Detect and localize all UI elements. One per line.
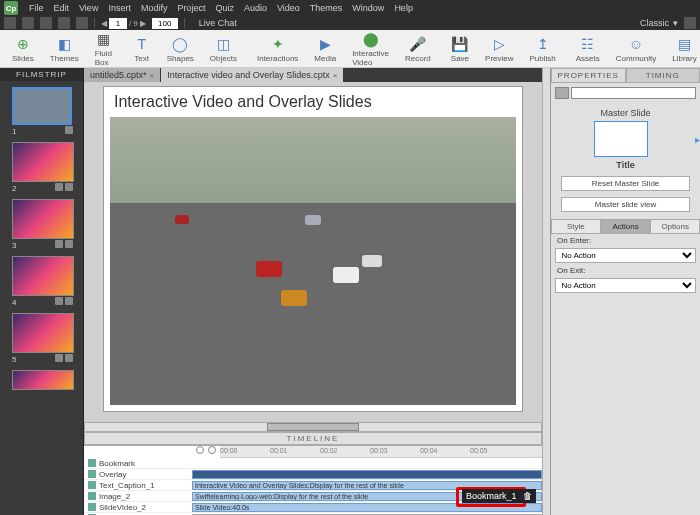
properties-panel: PROPERTIES TIMING Master Slide ▸ Title R… [550, 68, 700, 515]
menu-window[interactable]: Window [347, 3, 389, 13]
menu-view[interactable]: View [74, 3, 103, 13]
themes-button[interactable]: ◧Themes [42, 35, 87, 63]
timeline-header: TIMELINE [84, 432, 542, 445]
master-slide-view-button[interactable]: Master slide view [561, 197, 689, 212]
objects-icon: ◫ [214, 35, 232, 53]
slide-video-frame [110, 117, 516, 405]
publish-icon: ↥ [534, 35, 552, 53]
subtab-actions[interactable]: Actions [601, 219, 651, 234]
menu-project[interactable]: Project [172, 3, 210, 13]
workspace-selector[interactable]: Classic ▾ [640, 18, 678, 28]
shapes-button[interactable]: ◯Shapes [159, 35, 202, 63]
menu-insert[interactable]: Insert [103, 3, 136, 13]
filmstrip-slide-4[interactable]: 4 [8, 256, 75, 307]
lock-icon[interactable] [208, 446, 216, 454]
community-button[interactable]: ☺Community [608, 35, 664, 63]
chevron-down-icon[interactable]: ▸ [695, 134, 700, 145]
menu-audio[interactable]: Audio [239, 3, 272, 13]
tab-properties[interactable]: PROPERTIES [551, 68, 626, 83]
subtab-style[interactable]: Style [551, 219, 601, 234]
zoom-input[interactable]: 100 [152, 18, 178, 29]
tab-untitled[interactable]: untitled5.cptx*× [84, 68, 160, 82]
media-button[interactable]: ▶Media [306, 35, 344, 63]
interactions-button[interactable]: ✦Interactions [249, 35, 306, 63]
filmstrip-slide-2[interactable]: 2 [8, 142, 75, 193]
page-next-icon[interactable]: ▶ [140, 19, 146, 28]
publish-button[interactable]: ↥Publish [522, 35, 564, 63]
eye-icon[interactable] [196, 446, 204, 454]
slide-title-text: Interactive Video and Overlay Slides [114, 93, 372, 111]
assets-button[interactable]: ☷Assets [568, 35, 608, 63]
toolbar-separator [184, 18, 185, 28]
image-icon [88, 492, 96, 500]
tab-interactive-video[interactable]: Interactive video and Overlay Slides.cpt… [161, 68, 343, 82]
menu-modify[interactable]: Modify [136, 3, 173, 13]
menu-quiz[interactable]: Quiz [210, 3, 239, 13]
track-bookmark[interactable]: Bookmark [84, 458, 542, 469]
menu-help[interactable]: Help [389, 3, 418, 13]
text-icon [88, 481, 96, 489]
media-icon: ▶ [316, 35, 334, 53]
filmstrip-slide-1[interactable]: 1 [8, 87, 75, 136]
onexit-label: On Exit: [551, 264, 700, 277]
page-prev-icon[interactable]: ◀ [101, 19, 107, 28]
menu-edit[interactable]: Edit [49, 3, 75, 13]
save-button[interactable]: 💾Save [443, 35, 477, 63]
subtab-options[interactable]: Options [650, 219, 700, 234]
assets-icon: ☷ [579, 35, 597, 53]
slide-stage[interactable]: Interactive Video and Overlay Slides [84, 82, 542, 422]
timeline-ruler[interactable]: 00:00 00:01 00:02 00:03 00:04 00:05 [220, 446, 542, 458]
interactive-video-icon: ⬤ [362, 30, 380, 48]
video-icon [88, 503, 96, 511]
filmstrip-slide-6[interactable] [8, 370, 75, 390]
filmstrip-panel: FILMSTRIP 1 2 3 4 5 [0, 68, 84, 515]
master-slide-header: Master Slide [551, 108, 700, 118]
shapes-icon: ◯ [171, 35, 189, 53]
vertical-scrollbar[interactable] [542, 68, 550, 515]
bookmark-highlight: Bookmark_1 🗑 [456, 487, 526, 507]
record-button[interactable]: 🎤Record [397, 35, 439, 63]
menu-video[interactable]: Video [272, 3, 305, 13]
horizontal-scrollbar[interactable] [84, 422, 542, 432]
library-button[interactable]: ▤Library [664, 35, 700, 63]
track-overlay[interactable]: Overlay [84, 469, 542, 480]
toolbar-separator [94, 18, 95, 28]
interactive-video-button[interactable]: ⬤Interactive Video [344, 30, 397, 67]
slides-button[interactable]: ⊕Slides [4, 35, 42, 63]
interactions-icon: ✦ [269, 35, 287, 53]
page-total: 9 [133, 19, 137, 28]
live-chat-link[interactable]: Live Chat [199, 18, 237, 28]
page-number-input[interactable]: 1 [109, 18, 127, 29]
bookmark-label: Bookmark_1 [466, 491, 517, 501]
menu-themes[interactable]: Themes [305, 3, 348, 13]
master-slide-thumbnail[interactable] [594, 121, 648, 157]
close-icon[interactable]: × [150, 71, 155, 80]
close-icon[interactable]: × [333, 71, 338, 80]
trash-icon[interactable]: 🗑 [523, 491, 532, 501]
mail-icon[interactable] [76, 17, 88, 29]
onexit-select[interactable]: No Action [555, 278, 695, 293]
onenter-select[interactable]: No Action [555, 248, 695, 263]
filmstrip-slide-5[interactable]: 5 [8, 313, 75, 364]
stage-area: untitled5.cptx*× Interactive video and O… [84, 68, 542, 515]
reset-master-slide-button[interactable]: Reset Master Slide [561, 176, 689, 191]
text-icon: T [133, 35, 151, 53]
layout-icon[interactable] [684, 17, 696, 29]
menu-file[interactable]: File [24, 3, 49, 13]
objects-button[interactable]: ◫Objects [202, 35, 245, 63]
paste-icon[interactable] [58, 17, 70, 29]
menu-bar: Cp File Edit View Insert Modify Project … [0, 0, 700, 16]
copy-icon[interactable] [40, 17, 52, 29]
filmstrip-slide-3[interactable]: 3 [8, 199, 75, 250]
new-icon[interactable] [4, 17, 16, 29]
bookmark-tooltip[interactable]: Bookmark_1 🗑 [462, 489, 536, 503]
text-button[interactable]: TText [125, 35, 159, 63]
slide-canvas[interactable]: Interactive Video and Overlay Slides [103, 86, 523, 412]
save-icon: 💾 [451, 35, 469, 53]
open-icon[interactable] [22, 17, 34, 29]
preview-button[interactable]: ▷Preview [477, 35, 521, 63]
origin-selector[interactable] [555, 87, 696, 101]
tab-timing[interactable]: TIMING [626, 68, 701, 83]
track-visibility-controls[interactable] [192, 446, 220, 458]
fluidbox-button[interactable]: ▦Fluid Box [87, 30, 121, 67]
